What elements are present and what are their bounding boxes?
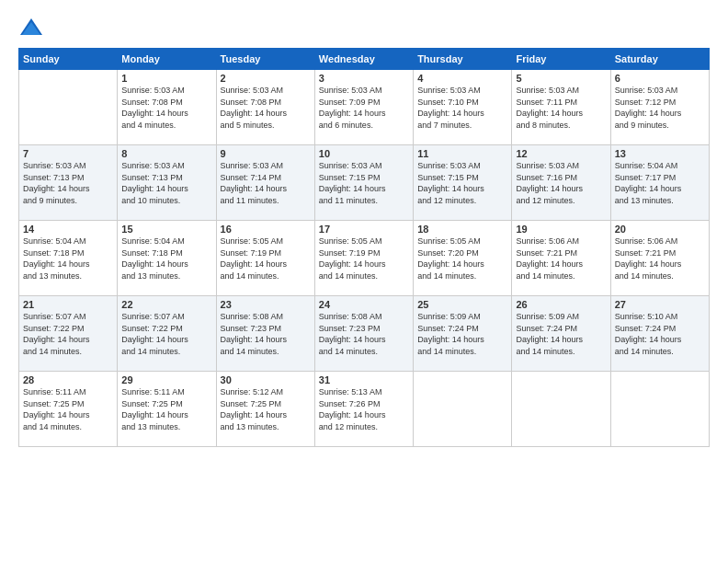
day-info: Sunrise: 5:03 AM Sunset: 7:08 PM Dayligh… bbox=[221, 85, 311, 131]
day-info: Sunrise: 5:04 AM Sunset: 7:17 PM Dayligh… bbox=[615, 160, 705, 206]
calendar-cell: 22Sunrise: 5:07 AM Sunset: 7:22 PM Dayli… bbox=[118, 296, 216, 372]
day-number: 7 bbox=[23, 148, 113, 159]
calendar-cell: 31Sunrise: 5:13 AM Sunset: 7:26 PM Dayli… bbox=[314, 372, 413, 447]
day-info: Sunrise: 5:07 AM Sunset: 7:22 PM Dayligh… bbox=[23, 311, 113, 357]
day-info: Sunrise: 5:03 AM Sunset: 7:14 PM Dayligh… bbox=[221, 160, 311, 206]
day-info: Sunrise: 5:04 AM Sunset: 7:18 PM Dayligh… bbox=[121, 236, 211, 282]
calendar-cell: 14Sunrise: 5:04 AM Sunset: 7:18 PM Dayli… bbox=[19, 221, 118, 296]
day-info: Sunrise: 5:06 AM Sunset: 7:21 PM Dayligh… bbox=[516, 236, 606, 282]
day-info: Sunrise: 5:11 AM Sunset: 7:25 PM Dayligh… bbox=[121, 386, 211, 432]
calendar-cell bbox=[610, 372, 709, 447]
day-number: 11 bbox=[417, 148, 507, 159]
calendar-header-row: SundayMondayTuesdayWednesdayThursdayFrid… bbox=[19, 49, 710, 70]
logo-icon bbox=[18, 15, 44, 40]
calendar-cell: 23Sunrise: 5:08 AM Sunset: 7:23 PM Dayli… bbox=[216, 296, 314, 372]
day-info: Sunrise: 5:13 AM Sunset: 7:26 PM Dayligh… bbox=[319, 386, 409, 432]
calendar-cell: 6Sunrise: 5:03 AM Sunset: 7:12 PM Daylig… bbox=[610, 70, 709, 145]
day-info: Sunrise: 5:09 AM Sunset: 7:24 PM Dayligh… bbox=[516, 311, 606, 357]
day-info: Sunrise: 5:05 AM Sunset: 7:19 PM Dayligh… bbox=[319, 236, 409, 282]
col-header-sunday: Sunday bbox=[19, 49, 118, 70]
day-info: Sunrise: 5:07 AM Sunset: 7:22 PM Dayligh… bbox=[121, 311, 211, 357]
day-number: 20 bbox=[615, 224, 705, 235]
day-info: Sunrise: 5:06 AM Sunset: 7:21 PM Dayligh… bbox=[615, 236, 705, 282]
calendar-cell: 24Sunrise: 5:08 AM Sunset: 7:23 PM Dayli… bbox=[314, 296, 413, 372]
col-header-friday: Friday bbox=[512, 49, 610, 70]
calendar-cell: 27Sunrise: 5:10 AM Sunset: 7:24 PM Dayli… bbox=[610, 296, 709, 372]
calendar-cell: 12Sunrise: 5:03 AM Sunset: 7:16 PM Dayli… bbox=[512, 145, 610, 221]
page: SundayMondayTuesdayWednesdayThursdayFrid… bbox=[0, 0, 728, 563]
day-number: 13 bbox=[615, 148, 705, 159]
day-info: Sunrise: 5:03 AM Sunset: 7:15 PM Dayligh… bbox=[417, 160, 507, 206]
calendar-cell: 30Sunrise: 5:12 AM Sunset: 7:25 PM Dayli… bbox=[216, 372, 314, 447]
calendar-cell: 19Sunrise: 5:06 AM Sunset: 7:21 PM Dayli… bbox=[512, 221, 610, 296]
day-info: Sunrise: 5:12 AM Sunset: 7:25 PM Dayligh… bbox=[221, 386, 311, 432]
col-header-wednesday: Wednesday bbox=[314, 49, 413, 70]
calendar-cell: 2Sunrise: 5:03 AM Sunset: 7:08 PM Daylig… bbox=[216, 70, 314, 145]
day-info: Sunrise: 5:03 AM Sunset: 7:13 PM Dayligh… bbox=[121, 160, 211, 206]
day-number: 26 bbox=[516, 299, 606, 310]
day-number: 14 bbox=[23, 224, 113, 235]
calendar-cell: 16Sunrise: 5:05 AM Sunset: 7:19 PM Dayli… bbox=[216, 221, 314, 296]
day-info: Sunrise: 5:09 AM Sunset: 7:24 PM Dayligh… bbox=[417, 311, 507, 357]
calendar-row-0: 1Sunrise: 5:03 AM Sunset: 7:08 PM Daylig… bbox=[19, 70, 710, 145]
calendar-cell bbox=[19, 70, 118, 145]
calendar-table: SundayMondayTuesdayWednesdayThursdayFrid… bbox=[18, 48, 710, 447]
calendar-cell: 7Sunrise: 5:03 AM Sunset: 7:13 PM Daylig… bbox=[19, 145, 118, 221]
day-info: Sunrise: 5:04 AM Sunset: 7:18 PM Dayligh… bbox=[23, 236, 113, 282]
day-number: 2 bbox=[221, 73, 311, 84]
day-info: Sunrise: 5:11 AM Sunset: 7:25 PM Dayligh… bbox=[23, 386, 113, 432]
col-header-tuesday: Tuesday bbox=[216, 49, 314, 70]
day-number: 21 bbox=[23, 299, 113, 310]
calendar-row-1: 7Sunrise: 5:03 AM Sunset: 7:13 PM Daylig… bbox=[19, 145, 710, 221]
day-number: 3 bbox=[319, 73, 409, 84]
day-info: Sunrise: 5:03 AM Sunset: 7:16 PM Dayligh… bbox=[516, 160, 606, 206]
day-info: Sunrise: 5:03 AM Sunset: 7:15 PM Dayligh… bbox=[319, 160, 409, 206]
calendar-cell: 15Sunrise: 5:04 AM Sunset: 7:18 PM Dayli… bbox=[118, 221, 216, 296]
day-number: 22 bbox=[121, 299, 211, 310]
day-info: Sunrise: 5:08 AM Sunset: 7:23 PM Dayligh… bbox=[221, 311, 311, 357]
day-number: 28 bbox=[23, 374, 113, 385]
day-number: 6 bbox=[615, 73, 705, 84]
day-info: Sunrise: 5:03 AM Sunset: 7:13 PM Dayligh… bbox=[23, 160, 113, 206]
day-info: Sunrise: 5:08 AM Sunset: 7:23 PM Dayligh… bbox=[319, 311, 409, 357]
calendar-row-4: 28Sunrise: 5:11 AM Sunset: 7:25 PM Dayli… bbox=[19, 372, 710, 447]
calendar-cell: 5Sunrise: 5:03 AM Sunset: 7:11 PM Daylig… bbox=[512, 70, 610, 145]
calendar-cell: 1Sunrise: 5:03 AM Sunset: 7:08 PM Daylig… bbox=[118, 70, 216, 145]
calendar-cell: 17Sunrise: 5:05 AM Sunset: 7:19 PM Dayli… bbox=[314, 221, 413, 296]
calendar-cell: 9Sunrise: 5:03 AM Sunset: 7:14 PM Daylig… bbox=[216, 145, 314, 221]
day-info: Sunrise: 5:10 AM Sunset: 7:24 PM Dayligh… bbox=[615, 311, 705, 357]
calendar-cell: 13Sunrise: 5:04 AM Sunset: 7:17 PM Dayli… bbox=[610, 145, 709, 221]
day-number: 29 bbox=[121, 374, 211, 385]
day-number: 8 bbox=[121, 148, 211, 159]
calendar-cell: 28Sunrise: 5:11 AM Sunset: 7:25 PM Dayli… bbox=[19, 372, 118, 447]
day-number: 27 bbox=[615, 299, 705, 310]
calendar-cell: 29Sunrise: 5:11 AM Sunset: 7:25 PM Dayli… bbox=[118, 372, 216, 447]
day-info: Sunrise: 5:03 AM Sunset: 7:08 PM Dayligh… bbox=[121, 85, 211, 131]
day-number: 1 bbox=[121, 73, 211, 84]
day-number: 5 bbox=[516, 73, 606, 84]
day-info: Sunrise: 5:03 AM Sunset: 7:12 PM Dayligh… bbox=[615, 85, 705, 131]
calendar-cell: 3Sunrise: 5:03 AM Sunset: 7:09 PM Daylig… bbox=[314, 70, 413, 145]
calendar-cell: 25Sunrise: 5:09 AM Sunset: 7:24 PM Dayli… bbox=[414, 296, 512, 372]
day-info: Sunrise: 5:03 AM Sunset: 7:11 PM Dayligh… bbox=[516, 85, 606, 131]
calendar-cell: 10Sunrise: 5:03 AM Sunset: 7:15 PM Dayli… bbox=[314, 145, 413, 221]
calendar-cell: 18Sunrise: 5:05 AM Sunset: 7:20 PM Dayli… bbox=[414, 221, 512, 296]
day-number: 17 bbox=[319, 224, 409, 235]
calendar-cell: 4Sunrise: 5:03 AM Sunset: 7:10 PM Daylig… bbox=[414, 70, 512, 145]
day-number: 16 bbox=[221, 224, 311, 235]
day-number: 31 bbox=[319, 374, 409, 385]
day-number: 23 bbox=[221, 299, 311, 310]
calendar-cell: 8Sunrise: 5:03 AM Sunset: 7:13 PM Daylig… bbox=[118, 145, 216, 221]
calendar-cell: 20Sunrise: 5:06 AM Sunset: 7:21 PM Dayli… bbox=[610, 221, 709, 296]
day-number: 15 bbox=[121, 224, 211, 235]
calendar-cell: 11Sunrise: 5:03 AM Sunset: 7:15 PM Dayli… bbox=[414, 145, 512, 221]
header bbox=[18, 15, 710, 40]
calendar-cell bbox=[512, 372, 610, 447]
day-info: Sunrise: 5:05 AM Sunset: 7:20 PM Dayligh… bbox=[417, 236, 507, 282]
day-number: 10 bbox=[319, 148, 409, 159]
day-number: 12 bbox=[516, 148, 606, 159]
day-number: 18 bbox=[417, 224, 507, 235]
calendar-cell bbox=[414, 372, 512, 447]
col-header-thursday: Thursday bbox=[414, 49, 512, 70]
day-info: Sunrise: 5:05 AM Sunset: 7:19 PM Dayligh… bbox=[221, 236, 311, 282]
